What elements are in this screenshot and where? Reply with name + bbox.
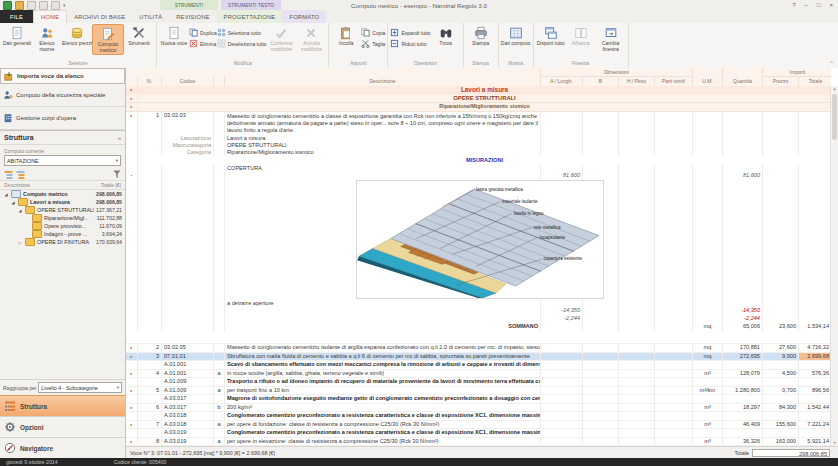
dati-generali-button[interactable]: Dati generali (2, 24, 32, 47)
table-row[interactable]: ▸5A.01.009aper trasporti fino a 10 kmm³/… (126, 386, 831, 395)
tab-opzioni[interactable]: Opzioni (0, 416, 125, 437)
header-b[interactable]: B (583, 77, 619, 86)
stampa-button[interactable]: Stampa (466, 24, 496, 47)
cell-um (693, 361, 723, 369)
table-row: COPERTURA (126, 165, 831, 173)
undo-icon[interactable] (39, 1, 48, 10)
tree-item[interactable]: Riparazione/Migl...111.702,88 (0, 214, 125, 222)
save-icon[interactable] (27, 1, 36, 10)
tree-toggle-icon[interactable]: ▷ (17, 240, 23, 245)
cambia-finestra-button[interactable]: Cambia finestra (596, 24, 626, 53)
help-button[interactable]: ? (792, 2, 795, 8)
table-row[interactable]: ▸203.02.05Massetto di conglomerato cemen… (126, 343, 831, 352)
collapse-tree-icon[interactable] (16, 170, 25, 179)
tools-icon (132, 26, 146, 40)
table-row: a detrarre aperture (126, 300, 831, 308)
tab-file[interactable]: FILE (0, 10, 33, 23)
table-row[interactable]: ▸4A.01.001ain rocce sciolte (argilla, sa… (126, 369, 831, 378)
tab-navigatore[interactable]: Navigatore (0, 437, 125, 458)
tree-item[interactable]: Opere provvisio...11.970,09 (0, 222, 125, 230)
tab-utilita[interactable]: UTILITÀ (132, 10, 169, 23)
tree-toggle-icon[interactable]: ◢ (10, 200, 16, 205)
collapse-panel-icon[interactable]: « (118, 135, 121, 141)
table-row[interactable]: A.03.017Magrone di sottofondazione esegu… (126, 394, 831, 403)
tree-item-total: 3.694,24 (102, 231, 122, 237)
tab-revisione[interactable]: REVISIONE (169, 10, 216, 23)
duplica-button[interactable]: Duplica (189, 27, 217, 38)
copia-button[interactable]: Copia (361, 27, 385, 38)
elenco-risorse-button[interactable]: Elenco risorse (32, 24, 62, 53)
incolla-button[interactable]: Incolla (331, 24, 361, 47)
tree-item[interactable]: ◢Computo metrico298.006,85 (0, 190, 125, 198)
elenco-prezzi-button[interactable]: Elenco prezzi (62, 24, 92, 47)
vertical-scrollbar[interactable]: ▲ ▼ (830, 86, 838, 447)
cell-quantita: 18,297 (723, 404, 763, 412)
disponi-tutto-button[interactable]: Disponi tutto (536, 24, 566, 47)
open-icon[interactable] (15, 1, 24, 10)
header-prezzo[interactable]: Prezzo (763, 77, 799, 86)
tree-toggle-icon[interactable]: ◢ (17, 208, 23, 213)
header-codice[interactable]: Codice (162, 77, 214, 86)
table-row[interactable]: ▸6A.03.017b200 kg/m³m³18,29784,3001.542,… (126, 403, 831, 412)
riduci-tutto-button[interactable]: Riduci tutto (390, 38, 430, 49)
quick-access-dropdown-icon[interactable]: ▾ (63, 2, 66, 8)
tab-struttura[interactable]: Struttura (0, 395, 125, 416)
table-row: ▸OPERE STRUTTURALI (126, 95, 831, 103)
espandi-tutto-button[interactable]: Espandi tutto (390, 27, 430, 38)
tab-home[interactable]: HOME (33, 10, 67, 23)
header-n[interactable]: N. (138, 77, 162, 86)
scrollbar-thumb[interactable] (832, 94, 837, 140)
elimina-button[interactable]: Elimina (189, 38, 217, 49)
button-label: Incolla (339, 41, 353, 47)
deseleziona-tutto-button[interactable]: Deseleziona tutto (217, 38, 267, 49)
tree-toggle-icon[interactable]: ◢ (3, 192, 9, 197)
header-h-peso[interactable]: H / Peso (619, 77, 655, 86)
minimize-button[interactable]: – (805, 2, 808, 8)
header-totale[interactable]: Totale (799, 77, 832, 86)
tab-formato[interactable]: FORMATO (282, 10, 326, 23)
table-row[interactable]: ▸307.01.01Sbruffatura con malta fluida d… (126, 352, 831, 361)
table-row[interactable]: ▸8A.03.019aper opere in elevazione: clas… (126, 437, 831, 446)
dati-computo-button[interactable]: Dati computo (501, 24, 531, 47)
table-row[interactable]: ▸7A.03.018aper opere di fondazione: clas… (126, 420, 831, 429)
cell-h-peso (619, 404, 655, 412)
tree-item[interactable]: ◢Lavori a misura298.006,85 (0, 198, 125, 206)
tab-progettazione[interactable]: PROGETTAZIONE (217, 10, 283, 23)
tree-item[interactable]: ◢OPERE STRUTTURALI127.367,21 (0, 206, 125, 214)
header-descrizione[interactable]: Descrizione (225, 77, 541, 86)
importa-voce-button[interactable]: Importa voce da elenco (0, 68, 125, 84)
table-row[interactable]: ▸103.02.03Massetto di conglomerato cemen… (126, 112, 831, 135)
header-a-lungh[interactable]: A / Lungh. (541, 77, 583, 86)
header-um[interactable]: U.M. (693, 77, 723, 86)
nuova-voce-button[interactable]: Nuova voce (159, 24, 189, 47)
expand-tree-icon[interactable] (4, 170, 13, 179)
scroll-up-icon[interactable]: ▲ (831, 86, 838, 93)
trova-button[interactable]: Trova (431, 24, 461, 47)
raggruppa-select[interactable]: Livello 4 - Subcategorie ▾ (38, 382, 122, 393)
header-quantita[interactable]: Quantità (723, 77, 763, 86)
roof-section-figure: lastra grecata metallica materiale isola… (356, 180, 604, 299)
tree-item[interactable]: ▷OPERE DI FINITURA170.639,64 (0, 238, 125, 246)
maximize-button[interactable]: □ (817, 2, 821, 8)
table-row[interactable]: A.01.009Trasporto a rifiuto o ad idoneo … (126, 377, 831, 386)
computo-corrente-select[interactable]: ABITAZIONE ▾ (4, 155, 121, 166)
tab-archivi-di-base[interactable]: ARCHIVI DI BASE (67, 10, 132, 23)
computo-sicurezza-button[interactable]: Computo della sicurezza speciale (0, 84, 125, 107)
header-parti-simili[interactable]: Parti simili (655, 77, 693, 86)
filter-funnel-icon[interactable] (113, 170, 121, 179)
table-row[interactable]: A.01.001Scavo di sbancamento effettuato … (126, 360, 831, 369)
table-row: SOMMANOmq65,00623,6001.534,14 (126, 322, 831, 331)
redo-icon[interactable] (51, 1, 60, 10)
seleziona-tutto-button[interactable]: Seleziona tutto (217, 27, 267, 38)
close-button[interactable]: × (829, 2, 833, 8)
strumenti-button[interactable]: Strumenti (124, 24, 154, 47)
gestione-corpi-button[interactable]: Gestione corpi d'opera (0, 107, 125, 130)
taglia-button[interactable]: Taglia (361, 38, 385, 49)
select-value: Livello 4 - Subcategorie (41, 385, 97, 391)
ribbon: Dati generali Elenco risorse Elenco prez… (0, 23, 838, 69)
table-row[interactable]: A.03.018Conglomerato cementizio preconfe… (126, 411, 831, 420)
table-row[interactable]: A.03.019Conglomerato cementizio preconfe… (126, 428, 831, 437)
collapse-ribbon-icon[interactable]: ⌃ (829, 60, 834, 67)
tree-item[interactable]: Indagini - prove ...3.694,24 (0, 230, 125, 238)
computo-metrico-button[interactable]: Computo metrico (92, 24, 124, 55)
